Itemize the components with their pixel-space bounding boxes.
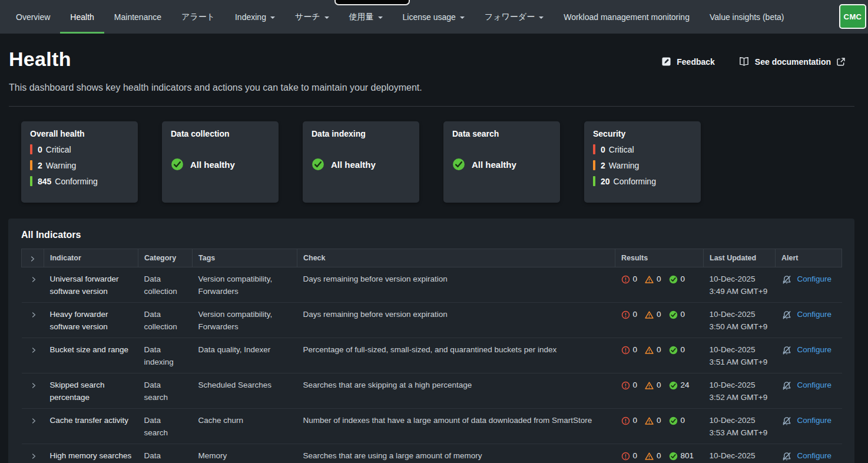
check-cell: Percentage of full-sized, small-sized, a…	[297, 338, 615, 373]
updated-time: 3:52 AM GMT+9	[710, 392, 770, 404]
panel-title: All Indicators	[21, 230, 842, 240]
expand-row-chevron-icon[interactable]	[30, 452, 38, 460]
expand-row-chevron-icon[interactable]	[30, 311, 38, 319]
results-cell: 0 0 801	[615, 444, 704, 463]
chevron-right-icon	[29, 255, 37, 263]
configure-link[interactable]: Configure	[797, 344, 832, 356]
ok-icon	[669, 452, 678, 461]
critical-icon	[621, 416, 630, 425]
category-cell: Data collection	[138, 267, 193, 303]
last-updated-cell: 10-Dec-20253:54 AM GMT+9	[704, 444, 776, 463]
table-row: Heavy forwarder software version Data co…	[22, 303, 842, 338]
check-cell: Days remaining before version expiration	[297, 267, 615, 303]
updated-time: 3:49 AM GMT+9	[710, 286, 770, 298]
conforming-count: 845	[38, 177, 51, 186]
indicator-name: Cache transfer activity	[50, 416, 129, 425]
summary-cards: Overall health 0 Critical 2 Warning 845 …	[21, 121, 868, 203]
last-updated-cell: 10-Dec-20253:51 AM GMT+9	[704, 338, 776, 373]
bell-slash-icon	[781, 310, 792, 320]
all-indicators-panel: All Indicators Indicator Category Tags C…	[8, 219, 854, 463]
header-expand	[22, 249, 44, 267]
critical-count: 0	[633, 415, 638, 427]
nav-item-indexing[interactable]: Indexing	[225, 0, 285, 34]
warning-count: 0	[657, 309, 661, 321]
expand-row-chevron-icon[interactable]	[30, 346, 38, 354]
warning-bar-icon	[30, 160, 32, 170]
bell-slash-icon	[781, 451, 792, 462]
nav-label: Workload management monitoring	[564, 12, 690, 22]
chevron-down-icon	[539, 16, 544, 19]
configure-link[interactable]: Configure	[797, 309, 832, 321]
ok-count: 0	[681, 344, 685, 356]
nav-item-workload-management[interactable]: Workload management monitoring	[554, 0, 700, 34]
conforming-stat: 20 Conforming	[593, 176, 692, 186]
nav-item-search[interactable]: サーチ	[285, 0, 339, 34]
critical-count: 0	[633, 309, 638, 321]
see-documentation-link[interactable]: See documentation	[738, 57, 846, 67]
configure-link[interactable]: Configure	[797, 379, 832, 392]
nav-item-forwarders[interactable]: フォワーダー	[475, 0, 554, 34]
results-cell: 0 0 0	[615, 267, 704, 303]
configure-link[interactable]: Configure	[797, 450, 832, 462]
check-circle-icon	[171, 158, 184, 171]
alert-cell: Configure	[776, 409, 842, 444]
updated-date: 10-Dec-2025	[710, 450, 770, 462]
indicators-table: Indicator Category Tags Check Results La…	[21, 249, 842, 463]
warning-icon	[645, 346, 654, 355]
expand-row-chevron-icon[interactable]	[30, 382, 38, 389]
critical-icon	[621, 275, 630, 284]
category-cell: Data search	[138, 444, 193, 463]
nav-item-maintenance[interactable]: Maintenance	[104, 0, 171, 34]
conforming-bar-icon	[593, 176, 595, 186]
ok-icon	[669, 310, 678, 319]
critical-stat: 0 Critical	[30, 144, 129, 154]
check-circle-icon	[452, 158, 465, 171]
nav-label: Maintenance	[114, 12, 161, 22]
warning-count: 0	[657, 379, 661, 392]
critical-count: 0	[38, 145, 42, 154]
bell-slash-icon	[781, 275, 792, 285]
warning-icon	[645, 381, 654, 390]
expand-row-chevron-icon[interactable]	[30, 276, 38, 283]
nav-label: 使用量	[349, 12, 374, 22]
warning-count: 0	[657, 273, 661, 286]
healthy-status: All healthy	[171, 158, 270, 171]
critical-bar-icon	[593, 144, 595, 154]
alert-cell: Configure	[776, 303, 842, 338]
alert-cell: Configure	[776, 338, 842, 373]
card-title: Overall health	[30, 129, 129, 138]
alert-cell: Configure	[776, 373, 842, 409]
warning-count: 2	[38, 161, 42, 170]
nav-label: サーチ	[295, 12, 320, 22]
ok-count: 0	[681, 415, 685, 427]
conforming-count: 20	[601, 177, 610, 186]
warning-count: 0	[657, 415, 661, 427]
last-updated-cell: 10-Dec-20253:53 AM GMT+9	[704, 409, 776, 444]
nav-item-value-insights[interactable]: Value insights (beta)	[700, 0, 794, 34]
nav-item-health[interactable]: Health	[60, 0, 104, 34]
warning-icon	[645, 275, 654, 284]
column-header-tags: Tags	[193, 249, 297, 267]
tags-cell: Scheduled Searches	[193, 373, 297, 409]
critical-stat: 0 Critical	[593, 144, 692, 154]
feedback-icon	[661, 57, 671, 67]
configure-link[interactable]: Configure	[797, 273, 832, 286]
conforming-label: Conforming	[614, 177, 656, 186]
expand-row-chevron-icon[interactable]	[30, 417, 38, 425]
column-header-alert: Alert	[776, 249, 842, 267]
last-updated-cell: 10-Dec-20253:50 AM GMT+9	[704, 303, 776, 338]
nav-item-overview[interactable]: Overview	[6, 0, 60, 34]
tags-cell: Version compatibility, Forwarders	[193, 303, 297, 338]
configure-link[interactable]: Configure	[797, 415, 832, 427]
feedback-button[interactable]: Feedback	[661, 57, 715, 67]
tags-cell: Cache churn	[193, 409, 297, 444]
warning-label: Warning	[46, 161, 77, 170]
category-cell: Data search	[138, 409, 193, 444]
critical-icon	[621, 346, 630, 355]
nav-item-alerts[interactable]: アラート	[171, 0, 225, 34]
bell-slash-icon	[781, 416, 792, 426]
page-title: Health	[9, 48, 71, 71]
warning-stat: 2 Warning	[30, 160, 129, 170]
card-overall-health: Overall health 0 Critical 2 Warning 845 …	[21, 121, 138, 203]
card-data-collection: Data collection All healthy	[162, 121, 279, 203]
